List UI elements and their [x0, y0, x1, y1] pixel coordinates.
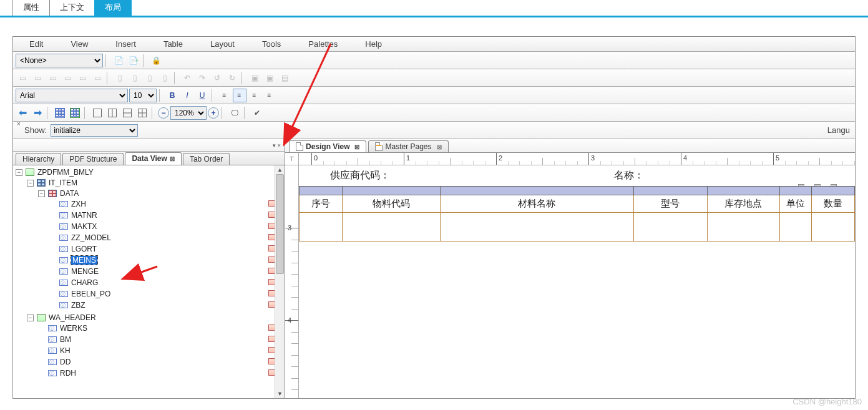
col-lgort[interactable]: 库存地点	[707, 195, 779, 213]
menu-table[interactable]: Table	[150, 39, 197, 49]
expand-icon[interactable]: −	[27, 315, 34, 321]
tree-scrollbar[interactable]: ▲ ▼	[275, 165, 285, 398]
align-6-icon[interactable]: ▭	[90, 71, 104, 85]
tree-field-werks[interactable]: WERKS	[60, 324, 87, 333]
distr-2-icon[interactable]: ▯	[128, 71, 142, 85]
col-model[interactable]: 型号	[633, 195, 707, 213]
align-1-icon[interactable]: ▭	[16, 71, 29, 85]
bold-icon[interactable]: B	[165, 89, 179, 102]
shape-box-icon[interactable]	[90, 106, 104, 120]
menu-view[interactable]: View	[57, 39, 102, 49]
lock-icon[interactable]: 🔒	[149, 54, 163, 67]
object-type-select[interactable]: <None>	[16, 54, 103, 67]
tab-design-view[interactable]: Design View ⊠	[289, 140, 366, 152]
nav-forward-icon[interactable]: ➡	[31, 106, 44, 120]
tab-hierarchy[interactable]: Hierarchy	[16, 153, 61, 165]
font-select[interactable]: Arial	[16, 89, 128, 102]
panel-menu-icon[interactable]: ▾	[273, 142, 276, 149]
paste-plus-icon[interactable]: 📄+	[127, 54, 140, 67]
scroll-down-icon[interactable]: ▼	[275, 389, 285, 398]
distr-1-icon[interactable]: ▯	[113, 71, 127, 85]
show-select[interactable]: initialize	[51, 124, 138, 137]
col-menge[interactable]: 数量	[811, 195, 854, 213]
col-seq[interactable]: 序号	[300, 195, 343, 213]
scroll-up-icon[interactable]: ▲	[275, 165, 285, 174]
tree-field-charg[interactable]: CHARG	[71, 278, 98, 287]
expand-icon[interactable]: −	[38, 190, 45, 197]
tab-master-pages[interactable]: Master Pages ⊠	[368, 140, 448, 152]
menu-help[interactable]: Help	[351, 39, 396, 49]
group-3-icon[interactable]: ▤	[278, 71, 291, 85]
rotate-1-icon[interactable]: ↶	[180, 71, 194, 85]
tree-field-rdh[interactable]: RDH	[60, 369, 76, 378]
tree-field-ebeln_po[interactable]: EBELN_PO	[71, 290, 110, 298]
align-4-icon[interactable]: ▭	[61, 71, 74, 85]
grid-toggle-icon[interactable]	[53, 106, 67, 120]
nav-back-icon[interactable]: ⬅	[16, 106, 29, 120]
tree-node-data[interactable]: DATA	[60, 189, 79, 198]
rotate-3-icon[interactable]: ↺	[210, 71, 224, 85]
distr-4-icon[interactable]: ▯	[158, 71, 172, 85]
tree-field-bm[interactable]: BM	[60, 335, 71, 344]
tab-pdf-structure[interactable]: PDF Structure	[62, 153, 124, 165]
design-canvas[interactable]: 供应商代码： 名称： 序号 物料代码 材料名	[299, 165, 855, 398]
tree-node-wa-header[interactable]: WA_HEADER	[49, 313, 96, 322]
tree-node-it-item[interactable]: IT_ITEM	[49, 178, 77, 187]
col-maktx[interactable]: 材料名称	[441, 195, 633, 213]
rotate-4-icon[interactable]: ↻	[225, 71, 239, 85]
scroll-thumb[interactable]	[276, 174, 284, 274]
copy-icon[interactable]: 📄	[112, 54, 125, 67]
rotate-2-icon[interactable]: ↷	[195, 71, 209, 85]
shape-vsplit-icon[interactable]	[105, 106, 119, 120]
preview-icon[interactable]: 🖵	[228, 106, 241, 120]
tree-node-root[interactable]: ZPDFMM_BMLY	[37, 168, 94, 177]
italic-icon[interactable]: I	[180, 89, 194, 102]
tree-field-zbz[interactable]: ZBZ	[71, 301, 85, 310]
shape-cross-icon[interactable]	[135, 106, 149, 120]
col-matnr[interactable]: 物料代码	[342, 195, 440, 213]
panel-close-icon[interactable]: ×	[278, 142, 281, 149]
align-center-icon[interactable]: ≡	[233, 89, 246, 102]
tab-tab-order[interactable]: Tab Order	[183, 153, 230, 165]
group-1-icon[interactable]: ▣	[248, 71, 261, 85]
tree-field-zz_model[interactable]: ZZ_MODEL	[71, 233, 111, 242]
underline-icon[interactable]: U	[195, 89, 209, 102]
menu-insert[interactable]: Insert	[102, 39, 150, 49]
tree-field-maktx[interactable]: MAKTX	[71, 222, 97, 231]
align-right-icon[interactable]: ≡	[248, 89, 261, 102]
align-left-icon[interactable]: ≡	[218, 89, 232, 102]
expand-icon[interactable]: −	[16, 169, 22, 176]
tab-attr[interactable]: 属性	[12, 0, 50, 16]
close-data-view-icon[interactable]: ⊠	[170, 155, 175, 162]
tree-field-kh[interactable]: KH	[60, 346, 71, 355]
zoom-out-icon[interactable]: −	[158, 107, 169, 119]
close-design-view-icon[interactable]: ⊠	[354, 144, 359, 150]
close-master-pages-icon[interactable]: ⊠	[437, 144, 442, 150]
menu-tools[interactable]: Tools	[248, 39, 295, 49]
zoom-select[interactable]: 120%	[170, 106, 207, 120]
align-5-icon[interactable]: ▭	[76, 71, 89, 85]
tree-field-zxh[interactable]: ZXH	[71, 200, 86, 208]
tree-field-dd[interactable]: DD	[60, 358, 71, 366]
font-size-select[interactable]: 10	[129, 89, 157, 102]
align-justify-icon[interactable]: ≡	[263, 89, 276, 102]
col-meins[interactable]: 单位	[779, 195, 811, 213]
grid-snap-icon[interactable]	[68, 106, 82, 120]
shape-hsplit-icon[interactable]	[120, 106, 134, 120]
menu-edit[interactable]: Edit	[16, 39, 57, 49]
zoom-in-icon[interactable]: +	[208, 107, 219, 119]
tree-field-lgort[interactable]: LGORT	[71, 245, 97, 253]
group-2-icon[interactable]: ▣	[263, 71, 276, 85]
close-show-bar-icon[interactable]: ×	[17, 120, 21, 127]
tree-field-matnr[interactable]: MATNR	[71, 211, 97, 220]
check-icon[interactable]: ✔	[250, 106, 264, 120]
tree-field-menge[interactable]: MENGE	[71, 267, 99, 276]
design-table[interactable]: 序号 物料代码 材料名称 型号 库存地点 单位 数量	[299, 186, 855, 242]
align-3-icon[interactable]: ▭	[46, 71, 59, 85]
align-2-icon[interactable]: ▭	[31, 71, 44, 85]
menu-palettes[interactable]: Palettes	[295, 39, 351, 49]
data-tree[interactable]: −ZPDFMM_BMLY −IT_ITEM −DATA ZXHMATNRMAKT…	[13, 167, 285, 380]
tab-layout[interactable]: 布局	[94, 0, 132, 16]
expand-icon[interactable]: −	[27, 180, 34, 187]
tab-context[interactable]: 上下文	[49, 0, 95, 16]
